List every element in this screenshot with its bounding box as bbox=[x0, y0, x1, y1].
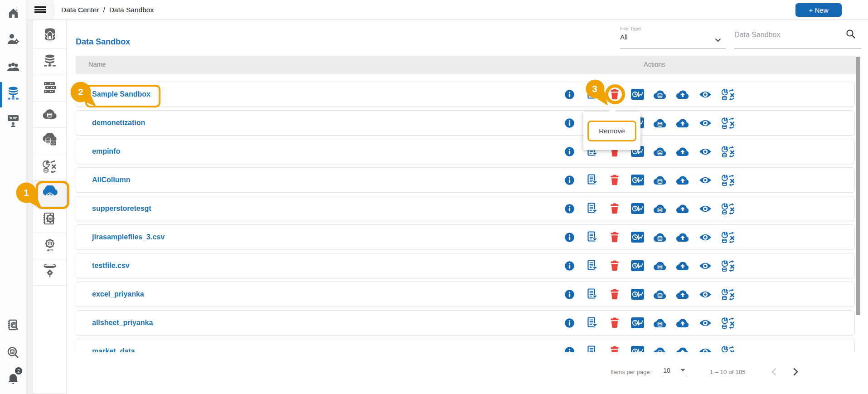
page-size-select[interactable]: 10 bbox=[657, 367, 688, 377]
action-upload-cloud[interactable] bbox=[671, 253, 694, 278]
sidebar-item-data-center[interactable] bbox=[0, 84, 26, 104]
action-data-sync[interactable] bbox=[717, 253, 739, 278]
next-page-button[interactable] bbox=[789, 365, 803, 379]
action-remove[interactable] bbox=[603, 168, 626, 192]
vertical-scrollbar[interactable] bbox=[856, 57, 860, 315]
action-duplicate-filter[interactable] bbox=[581, 225, 603, 249]
row-name-link[interactable]: Sample Sandbox bbox=[92, 82, 150, 107]
row-name-link[interactable]: market_data bbox=[92, 339, 135, 352]
action-duplicate-filter[interactable] bbox=[581, 253, 603, 278]
action-data-sync[interactable] bbox=[717, 139, 739, 164]
action-cloud-database[interactable] bbox=[649, 282, 671, 306]
action-data-sync[interactable] bbox=[717, 225, 739, 249]
action-duplicate-filter[interactable] bbox=[581, 339, 603, 352]
action-preview[interactable] bbox=[694, 225, 717, 249]
action-preview[interactable] bbox=[694, 196, 717, 221]
action-remove[interactable] bbox=[603, 282, 626, 306]
action-remove[interactable] bbox=[603, 253, 626, 278]
action-duplicate-filter[interactable] bbox=[581, 82, 603, 107]
row-name-link[interactable]: demonetization bbox=[92, 111, 145, 135]
action-info[interactable] bbox=[558, 168, 581, 192]
search-icon[interactable] bbox=[846, 29, 856, 41]
breadcrumb-data-center[interactable]: Data Center bbox=[61, 6, 99, 14]
action-info[interactable] bbox=[558, 111, 581, 135]
action-visualize[interactable] bbox=[626, 82, 649, 107]
action-cloud-database[interactable] bbox=[649, 196, 671, 221]
row-name-link[interactable]: excel_priyanka bbox=[92, 282, 144, 306]
action-upload-cloud[interactable] bbox=[671, 82, 694, 107]
action-info[interactable] bbox=[558, 82, 581, 107]
action-remove[interactable] bbox=[603, 196, 626, 221]
row-name-link[interactable]: AllCollumn bbox=[92, 168, 130, 192]
action-cloud-database[interactable] bbox=[649, 253, 671, 278]
sidebar-item-presentation[interactable] bbox=[0, 112, 26, 131]
sidebar-item-data-engine[interactable] bbox=[33, 207, 66, 233]
sidebar-item-data-as-code[interactable]: </> bbox=[33, 128, 66, 154]
breadcrumb-data-sandbox[interactable]: Data Sandbox bbox=[109, 6, 154, 14]
action-duplicate-filter[interactable] bbox=[581, 311, 603, 335]
action-cloud-database[interactable] bbox=[649, 82, 671, 107]
action-visualize[interactable] bbox=[626, 339, 649, 352]
action-preview[interactable] bbox=[694, 111, 717, 135]
new-button[interactable]: + New bbox=[795, 3, 842, 17]
action-data-sync[interactable] bbox=[717, 311, 739, 335]
action-upload-cloud[interactable] bbox=[671, 311, 694, 335]
action-duplicate-filter[interactable] bbox=[581, 168, 603, 192]
action-remove[interactable] bbox=[603, 339, 626, 352]
sidebar-item-user-groups[interactable] bbox=[0, 58, 26, 78]
action-cloud-database[interactable] bbox=[649, 111, 671, 135]
sidebar-item-data-warehouse[interactable] bbox=[33, 75, 66, 102]
action-cloud-database[interactable] bbox=[649, 225, 671, 249]
sidebar-item-data-sandbox[interactable] bbox=[33, 180, 66, 207]
action-duplicate-filter[interactable] bbox=[581, 196, 603, 221]
previous-page-button[interactable] bbox=[767, 365, 781, 379]
sidebar-item-home[interactable] bbox=[0, 4, 26, 24]
action-upload-cloud[interactable] bbox=[671, 339, 694, 352]
row-name-link[interactable]: allsheet_priyanka bbox=[92, 311, 153, 335]
action-cloud-database[interactable] bbox=[649, 339, 671, 352]
action-info[interactable] bbox=[558, 139, 581, 164]
action-info[interactable] bbox=[558, 339, 581, 352]
action-visualize[interactable] bbox=[626, 168, 649, 192]
sidebar-item-data-search[interactable] bbox=[0, 344, 26, 364]
sidebar-item-user-settings[interactable] bbox=[0, 30, 26, 50]
action-preview[interactable] bbox=[694, 82, 717, 107]
action-preview[interactable] bbox=[694, 282, 717, 306]
action-preview[interactable] bbox=[694, 311, 717, 335]
row-name-link[interactable]: supperstoretesgt bbox=[92, 196, 151, 221]
action-data-sync[interactable] bbox=[717, 282, 739, 306]
action-info[interactable] bbox=[558, 253, 581, 278]
action-upload-cloud[interactable] bbox=[671, 196, 694, 221]
sidebar-item-data-funnel[interactable] bbox=[33, 259, 66, 286]
search-input[interactable]: Data Sandbox bbox=[734, 31, 861, 39]
sidebar-item-notifications[interactable]: 2 bbox=[0, 370, 26, 390]
action-data-sync[interactable] bbox=[717, 82, 739, 107]
action-visualize[interactable] bbox=[626, 282, 649, 306]
sidebar-item-api-generator[interactable]: API bbox=[33, 233, 66, 259]
action-preview[interactable] bbox=[694, 168, 717, 192]
hamburger-menu-button[interactable] bbox=[26, 0, 54, 19]
action-cloud-database[interactable] bbox=[649, 311, 671, 335]
row-name-link[interactable]: jirasamplefiles_3.csv bbox=[92, 225, 165, 249]
action-visualize[interactable] bbox=[626, 253, 649, 278]
row-name-link[interactable]: testfile.csv bbox=[92, 253, 130, 278]
sidebar-item-data-transform[interactable] bbox=[33, 154, 66, 180]
action-data-sync[interactable] bbox=[717, 339, 739, 352]
sidebar-item-database-connections[interactable] bbox=[33, 49, 66, 75]
action-data-sync[interactable] bbox=[717, 168, 739, 192]
action-cloud-database[interactable] bbox=[649, 139, 671, 164]
action-upload-cloud[interactable] bbox=[671, 168, 694, 192]
action-info[interactable] bbox=[558, 282, 581, 306]
action-data-sync[interactable] bbox=[717, 111, 739, 135]
action-preview[interactable] bbox=[694, 339, 717, 352]
action-visualize[interactable] bbox=[626, 196, 649, 221]
action-preview[interactable] bbox=[694, 253, 717, 278]
action-info[interactable] bbox=[558, 311, 581, 335]
action-upload-cloud[interactable] bbox=[671, 111, 694, 135]
sidebar-item-cloud-data[interactable] bbox=[33, 102, 66, 128]
action-upload-cloud[interactable] bbox=[671, 225, 694, 249]
action-visualize[interactable] bbox=[626, 225, 649, 249]
action-remove[interactable] bbox=[603, 311, 626, 335]
action-remove[interactable] bbox=[603, 225, 626, 249]
action-visualize[interactable] bbox=[626, 311, 649, 335]
